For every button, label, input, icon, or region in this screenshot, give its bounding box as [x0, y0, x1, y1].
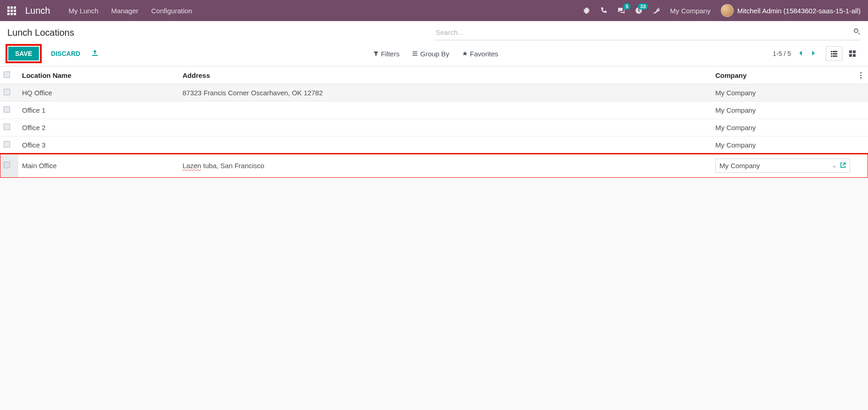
groupby-menu[interactable]: Group By	[412, 50, 449, 58]
pager-prev[interactable]	[797, 50, 804, 58]
cell-address[interactable]	[179, 102, 712, 119]
cp-bottom: SAVE DISCARD Filters Group By Favorites	[7, 40, 861, 66]
avatar	[721, 4, 734, 17]
cp-top: Lunch Locations	[7, 26, 861, 40]
external-link-icon[interactable]	[840, 162, 846, 169]
cell-location-name[interactable]: Office 1	[18, 102, 179, 119]
cell-company-input[interactable]: My Company ▾	[712, 154, 854, 178]
wrench-icon[interactable]	[652, 7, 660, 14]
row-checkbox[interactable]	[4, 141, 10, 148]
cell-address[interactable]	[179, 137, 712, 154]
top-navbar: Lunch My Lunch Manager Configuration 5 3…	[0, 0, 868, 21]
clock-icon[interactable]: 33	[635, 7, 642, 14]
table-row[interactable]: Office 1 My Company	[0, 102, 868, 119]
cell-company[interactable]: My Company	[712, 84, 854, 102]
user-menu[interactable]: Mitchell Admin (15843602-saas-15-1-all)	[721, 4, 861, 17]
table-row-editing[interactable]: Main Office Lazen tuba, San Francisco My…	[0, 154, 868, 178]
user-name: Mitchell Admin (15843602-saas-15-1-all)	[737, 7, 861, 15]
pager-value[interactable]: 1-5 / 5	[773, 50, 791, 57]
filters-label: Filters	[381, 50, 400, 58]
cell-address[interactable]: 87323 Francis Corner Oscarhaven, OK 1278…	[179, 84, 712, 102]
discard-button[interactable]: DISCARD	[47, 47, 84, 60]
chevron-down-icon[interactable]: ▾	[833, 164, 835, 169]
filters-menu[interactable]: Filters	[373, 50, 400, 58]
cp-right: 1-5 / 5	[773, 46, 861, 61]
apps-icon[interactable]	[7, 6, 16, 15]
activities-badge: 33	[638, 3, 648, 10]
search-options: Filters Group By Favorites	[373, 50, 498, 58]
nav-menu: My Lunch Manager Configuration	[69, 7, 192, 15]
select-all-checkbox[interactable]	[4, 71, 10, 78]
cell-location-name[interactable]: Office 2	[18, 119, 179, 137]
pager: 1-5 / 5	[773, 50, 817, 58]
navbar-right: 5 33 My Company Mitchell Admin (15843602…	[583, 4, 861, 17]
phone-icon[interactable]	[600, 7, 608, 14]
export-icon[interactable]	[91, 49, 99, 58]
column-options[interactable]: ⋮	[854, 66, 868, 84]
table-header-row: Location Name Address Company ⋮	[0, 66, 868, 84]
locations-table: Location Name Address Company ⋮ HQ Offic…	[0, 66, 868, 178]
favorites-label: Favorites	[470, 50, 498, 58]
pager-next[interactable]	[810, 50, 817, 58]
cell-location-name[interactable]: Office 3	[18, 137, 179, 154]
breadcrumbs: Lunch Locations	[7, 26, 74, 40]
cell-address[interactable]	[179, 119, 712, 137]
view-switcher	[826, 46, 861, 61]
messages-badge: 5	[623, 3, 630, 10]
nav-my-lunch[interactable]: My Lunch	[69, 7, 99, 15]
cell-company[interactable]: My Company	[712, 119, 854, 137]
cp-buttons: SAVE DISCARD	[7, 46, 99, 61]
kanban-view-button[interactable]	[844, 46, 861, 61]
messages-icon[interactable]: 5	[618, 7, 625, 14]
save-button[interactable]: SAVE	[8, 47, 39, 60]
row-checkbox[interactable]	[4, 89, 10, 95]
row-checkbox[interactable]	[4, 162, 10, 168]
cell-company[interactable]: My Company	[712, 102, 854, 119]
row-checkbox[interactable]	[4, 124, 10, 130]
bug-icon[interactable]	[583, 7, 590, 14]
company-selector[interactable]: My Company	[670, 7, 710, 15]
col-address[interactable]: Address	[179, 66, 712, 84]
groupby-label: Group By	[420, 50, 449, 58]
search-input[interactable]	[434, 26, 854, 39]
col-location-name[interactable]: Location Name	[18, 66, 179, 84]
search-icon[interactable]	[853, 28, 861, 37]
row-checkbox[interactable]	[4, 106, 10, 113]
nav-configuration[interactable]: Configuration	[151, 7, 192, 15]
app-brand[interactable]: Lunch	[25, 5, 50, 16]
select-all-cell	[0, 66, 18, 84]
cell-location-name-input[interactable]: Main Office	[18, 154, 179, 178]
cell-address-input[interactable]: Lazen tuba, San Francisco	[179, 154, 712, 178]
cell-company[interactable]: My Company	[712, 137, 854, 154]
table-row[interactable]: Office 3 My Company	[0, 137, 868, 154]
list-view-button[interactable]	[826, 46, 842, 61]
control-panel: Lunch Locations SAVE DISCARD Filters	[0, 21, 868, 66]
favorites-menu[interactable]: Favorites	[462, 50, 498, 58]
table-row[interactable]: HQ Office 87323 Francis Corner Oscarhave…	[0, 84, 868, 102]
table-row[interactable]: Office 2 My Company	[0, 119, 868, 137]
nav-manager[interactable]: Manager	[111, 7, 138, 15]
navbar-left: Lunch My Lunch Manager Configuration	[7, 5, 192, 16]
search-bar[interactable]	[434, 26, 861, 40]
col-company[interactable]: Company	[712, 66, 854, 84]
cell-location-name[interactable]: HQ Office	[18, 84, 179, 102]
